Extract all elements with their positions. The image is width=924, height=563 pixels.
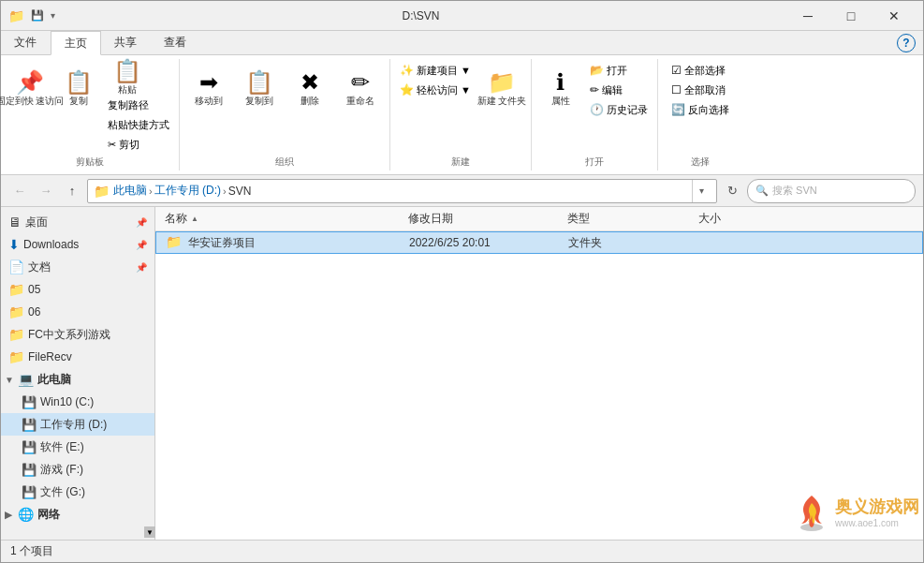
easy-access-label: 轻松访问 ▼ [417, 83, 471, 97]
ribbon-group-organize: ➡ 移动到 📋 复制到 ✖ 删除 ✏ 重命名 组织 [180, 59, 390, 170]
statusbar: 1 个项目 [1, 540, 923, 562]
help-button[interactable]: ? [897, 34, 916, 52]
address-chevron[interactable]: ▾ [692, 180, 711, 202]
move-to-button[interactable]: ➡ 移动到 [185, 61, 232, 117]
sidebar-label-documents: 文档 [28, 259, 51, 275]
move-icon: ➡ [199, 71, 218, 94]
rename-button[interactable]: ✏ 重命名 [337, 61, 384, 117]
maximize-button[interactable]: □ [829, 1, 873, 31]
new-label: 新建 [451, 156, 470, 169]
col-header-name[interactable]: 名称 ▲ [159, 207, 403, 230]
sidebar-item-desktop[interactable]: 🖥 桌面 📌 [1, 211, 154, 233]
sidebar-label-06: 06 [28, 305, 40, 319]
drive-f-icon: 💾 [22, 463, 37, 477]
sidebar-item-filerecv[interactable]: 📁 FileRecv [1, 346, 154, 368]
sidebar-scroll-down[interactable]: ▼ [144, 526, 155, 538]
sidebar-item-fc-games[interactable]: 📁 FC中文系列游戏 [1, 323, 154, 346]
sidebar-item-win10-c[interactable]: 💾 Win10 (C:) [1, 391, 154, 413]
cut-button[interactable]: ✂ 剪切 [104, 135, 143, 154]
documents-icon: 📄 [8, 259, 24, 274]
deselect-all-button[interactable]: ☐ 全部取消 [667, 81, 733, 99]
new-item-button[interactable]: ✨ 新建项目 ▼ [396, 61, 475, 80]
move-label: 移动到 [195, 96, 223, 107]
forward-button[interactable]: → [35, 180, 57, 202]
rename-icon: ✏ [351, 71, 370, 94]
back-button[interactable]: ← [8, 180, 31, 202]
tab-home[interactable]: 主页 [51, 31, 101, 55]
sidebar-group-network[interactable]: ▶ 🌐 网络 [1, 503, 154, 526]
tab-share[interactable]: 共享 [101, 31, 151, 54]
select-buttons: ☑ 全部选择 ☐ 全部取消 🔄 反向选择 [667, 61, 733, 154]
copy-to-button[interactable]: 📋 复制到 [236, 61, 283, 117]
col-date-label: 修改日期 [408, 211, 453, 227]
sidebar-item-documents[interactable]: 📄 文档 📌 [1, 256, 154, 278]
organize-label: 组织 [275, 156, 294, 169]
tab-file[interactable]: 文件 [1, 31, 51, 54]
open-button[interactable]: 📂 打开 [586, 61, 652, 80]
table-row[interactable]: 📁 华安证券项目 2022/6/25 20:01 文件夹 [155, 231, 923, 254]
refresh-button[interactable]: ↻ [721, 179, 743, 203]
sidebar-label-05: 05 [28, 283, 40, 296]
tab-view[interactable]: 查看 [151, 31, 200, 54]
paste-icon: 📋 [113, 60, 141, 82]
breadcrumb-this-pc[interactable]: 此电脑 [113, 183, 147, 199]
new-folder-icon: 📁 [488, 71, 516, 94]
search-icon: 🔍 [755, 185, 769, 197]
rename-label: 重命名 [346, 96, 374, 107]
properties-button[interactable]: ℹ 属性 [537, 61, 584, 117]
pin-to-quick-access-button[interactable]: 📌 固定到快 速访问 [7, 61, 53, 117]
col-header-size[interactable]: 大小 [693, 207, 805, 230]
delete-button[interactable]: ✖ 删除 [286, 61, 333, 117]
paste-shortcut-button[interactable]: 粘贴快捷方式 [104, 115, 173, 134]
watermark-inner: 奥义游戏网 www.aoe1.com [792, 492, 919, 531]
breadcrumb: 此电脑 › 工作专用 (D:) › SVN [113, 183, 688, 199]
col-header-date[interactable]: 修改日期 [403, 207, 562, 230]
sidebar-label-this-pc: 此电脑 [37, 372, 71, 388]
close-button[interactable]: ✕ [873, 1, 916, 31]
sidebar-item-downloads[interactable]: ⬇ Downloads 📌 [1, 233, 154, 256]
history-button[interactable]: 🕐 历史记录 [586, 100, 652, 119]
item-count: 1 个项目 [10, 543, 53, 559]
this-pc-expand-icon: ▼ [5, 375, 18, 385]
address-bar[interactable]: 📁 此电脑 › 工作专用 (D:) › SVN ▾ [87, 179, 717, 203]
new-folder-label: 新建 文件夹 [477, 96, 527, 107]
paste-button[interactable]: 📋 粘贴 [104, 61, 151, 95]
copy-path-button[interactable]: 复制路径 [104, 96, 153, 114]
easy-access-button[interactable]: ⭐ 轻松访问 ▼ [396, 81, 475, 99]
minimize-button[interactable]: ─ [786, 1, 829, 31]
sidebar-item-soft-e[interactable]: 💾 软件 (E:) [1, 436, 154, 458]
file-name-label: 华安证券项目 [188, 236, 256, 249]
watermark-url-text: www.aoe1.com [835, 518, 899, 528]
ribbon-content: 📌 固定到快 速访问 📋 复制 📋 粘贴 复制路径 [1, 55, 923, 175]
up-button[interactable]: ↑ [61, 180, 83, 202]
sidebar-item-06[interactable]: 📁 06 [1, 301, 154, 323]
breadcrumb-d-drive[interactable]: 工作专用 (D:) [154, 183, 221, 199]
folder-06-icon: 📁 [8, 304, 24, 319]
sort-arrow-name: ▲ [191, 215, 198, 223]
sidebar-item-work-d[interactable]: 💾 工作专用 (D:) [1, 413, 154, 436]
open-group-label: 打开 [585, 156, 604, 169]
sidebar-label-c: Win10 (C:) [40, 395, 94, 408]
titlebar: 📁 💾 ▾ D:\SVN ─ □ ✕ [1, 1, 923, 31]
sidebar-item-file-g[interactable]: 💾 文件 (G:) [1, 481, 154, 503]
copy-button[interactable]: 📋 复制 [55, 61, 102, 117]
edit-button[interactable]: ✏ 编辑 [586, 81, 652, 99]
sidebar-item-05[interactable]: 📁 05 [1, 278, 154, 301]
sidebar-item-game-f[interactable]: 💾 游戏 (F:) [1, 458, 154, 481]
ribbon-group-new: ✨ 新建项目 ▼ ⭐ 轻松访问 ▼ 📁 新建 文件夹 新建 [390, 59, 532, 170]
watermark-logo-icon [792, 492, 831, 531]
drive-d-icon: 💾 [22, 418, 37, 432]
copy-to-label: 复制到 [245, 96, 273, 107]
breadcrumb-svn: SVN [228, 185, 252, 198]
search-box[interactable]: 🔍 搜索 SVN [747, 179, 916, 203]
file-folder-icon: 📁 [166, 234, 182, 249]
new-folder-button[interactable]: 📁 新建 文件夹 [478, 61, 525, 117]
invert-selection-button[interactable]: 🔄 反向选择 [667, 100, 733, 119]
file-header: 名称 ▲ 修改日期 类型 大小 [155, 207, 923, 231]
quick-save-icon[interactable]: 💾 [28, 8, 47, 22]
new-item-label: 新建项目 ▼ [417, 64, 471, 78]
network-icon: 🌐 [18, 507, 34, 522]
select-all-button[interactable]: ☑ 全部选择 [667, 61, 733, 80]
col-header-type[interactable]: 类型 [562, 207, 693, 230]
sidebar-group-this-pc[interactable]: ▼ 💻 此电脑 [1, 368, 154, 391]
